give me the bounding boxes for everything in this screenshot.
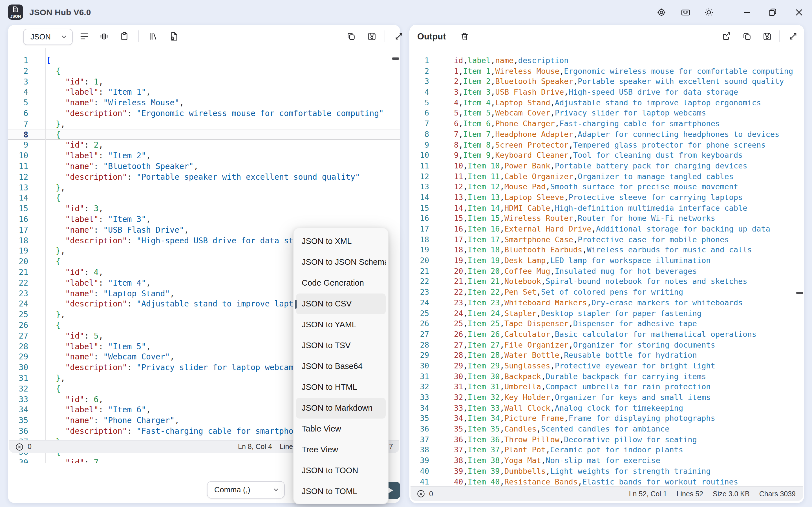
right-status-bar: 0 Ln 52, Col 1 Lines 52 Size 3.0 KB Char… — [410, 486, 803, 501]
delimiter-select-value: Comma (,) — [214, 486, 250, 494]
output-title: Output — [417, 25, 446, 48]
csv-row: 4140,Item 40,Resistance Bands,Elastic ba… — [409, 476, 804, 486]
compact-icon[interactable] — [99, 31, 109, 42]
char-count: Chars 3039 — [759, 490, 796, 498]
line-count: Lines 52 — [677, 490, 703, 498]
csv-row: 2221,Item 21,Notebook,Spiral-bound noteb… — [409, 276, 804, 287]
restore-window-button[interactable] — [767, 7, 777, 17]
menu-item-json-to-html[interactable]: JSON to HTML — [296, 377, 386, 398]
format-document-icon[interactable] — [79, 31, 90, 42]
load-file-icon[interactable] — [168, 31, 179, 42]
cursor-position: Ln 52, Col 1 — [629, 490, 667, 498]
save-input-icon[interactable] — [366, 31, 377, 42]
csv-row: 3130,Item 30,Backpack,Durable backpack f… — [409, 371, 804, 381]
chevron-down-icon — [273, 488, 278, 492]
csv-row: 2726,Item 26,Calculator,Basic calculator… — [409, 329, 804, 339]
code-line: 6 "description": "Ergonomic wireless mou… — [8, 108, 400, 119]
output-panel: Output — [409, 25, 804, 503]
close-window-button[interactable] — [794, 7, 804, 17]
minimize-button[interactable] — [742, 7, 752, 17]
csv-row: 1514,Item 14,HDMI Cable,High-definition … — [409, 203, 804, 213]
titlebar: JSON JSON Hub V6.0 — [0, 0, 812, 25]
code-line: 8 { — [8, 129, 400, 140]
csv-row: 1211,Item 11,Cable Organizer,Organizer t… — [409, 171, 804, 181]
right-scrollbar-thumb[interactable] — [796, 292, 803, 294]
code-line: 14 { — [8, 193, 400, 204]
menu-item-code-generation[interactable]: Code Generation — [296, 273, 386, 293]
share-output-icon[interactable] — [721, 31, 732, 42]
error-count: 0 — [429, 490, 433, 498]
csv-row: 2322,Item 22,Pen Set,Set of colored pens… — [409, 287, 804, 297]
menu-item-json-to-tsv[interactable]: JSON to TSV — [296, 335, 386, 356]
keyboard-icon[interactable] — [680, 7, 691, 17]
csv-row: 2019,Item 19,Desk Lamp,LED lamp for work… — [409, 255, 804, 266]
paste-clipboard-icon[interactable] — [119, 31, 130, 42]
menu-item-table-view[interactable]: Table View — [296, 418, 386, 439]
code-line: 3 "id": 1, — [8, 76, 400, 87]
menu-item-json-to-toon[interactable]: JSON to TOON — [296, 460, 386, 481]
error-count: 0 — [28, 443, 32, 451]
clear-output-trash-icon[interactable] — [460, 32, 470, 42]
library-icon[interactable] — [148, 31, 158, 42]
csv-row: 1110,Item 10,Power Bank,Portable battery… — [409, 161, 804, 171]
error-count-icon — [15, 443, 24, 451]
csv-row: 3029,Item 29,Sunglasses,Protective eyewe… — [409, 360, 804, 371]
menu-item-tree-view[interactable]: Tree View — [296, 439, 386, 460]
cursor-position: Ln 8, Col 4 — [238, 441, 272, 453]
csv-output-editor[interactable]: 1id,label,name,description21,Item 1,Wire… — [409, 48, 804, 486]
code-line: 2 { — [8, 66, 400, 76]
save-output-icon[interactable] — [762, 31, 772, 42]
menu-item-json-to-xml[interactable]: JSON to XML — [296, 231, 386, 252]
toolbar-divider — [138, 31, 139, 42]
app-title: JSON Hub V6.0 — [29, 0, 91, 25]
csv-row: 1716,Item 16,External Hard Drive,Additio… — [409, 224, 804, 234]
expand-input-icon[interactable] — [394, 31, 404, 42]
app-logo-icon: JSON — [8, 4, 23, 20]
menu-item-json-to-yaml[interactable]: JSON to YAML — [296, 314, 386, 335]
copy-output-icon[interactable] — [742, 31, 752, 42]
csv-row: 98,Item 8,Screen Protector,Tempered glas… — [409, 139, 804, 150]
csv-row: 21,Item 1,Wireless Mouse,Ergonomic wirel… — [409, 66, 804, 76]
settings-gear-icon[interactable] — [656, 7, 666, 17]
csv-row: 3534,Item 34,Picture Frame,Frame for dis… — [409, 413, 804, 424]
csv-row: 4039,Item 39,Dumbbells,Light weights for… — [409, 466, 804, 476]
csv-row: 54,Item 4,Laptop Stand,Adjustable stand … — [409, 98, 804, 108]
menu-item-json-to-toml[interactable]: JSON to TOML — [296, 481, 386, 502]
csv-row: 3736,Item 36,Throw Pillow,Decorative pil… — [409, 434, 804, 445]
csv-row: 1817,Item 17,Smartphone Case,Protective … — [409, 234, 804, 244]
csv-row: 1312,Item 12,Mouse Pad,Smooth surface fo… — [409, 182, 804, 192]
code-line: 1[ — [8, 55, 400, 66]
csv-row: 3433,Item 33,Wall Clock,Analog clock for… — [409, 402, 804, 413]
code-line: 12 "description": "Portable speaker with… — [8, 172, 400, 182]
menu-item-json-to-base64[interactable]: JSON to Base64 — [296, 356, 386, 377]
expand-output-icon[interactable] — [788, 31, 799, 42]
format-select[interactable]: JSON — [23, 29, 73, 45]
menu-item-json-to-markdown[interactable]: JSON to Markdown — [296, 398, 386, 418]
code-line: 9 "id": 2, — [8, 140, 400, 151]
menu-item-json-to-csv[interactable]: JSON to CSV — [296, 293, 386, 314]
code-line: 16 "label": "Item 3", — [8, 214, 400, 225]
left-scrollbar-thumb[interactable] — [392, 57, 399, 59]
csv-row: 3635,Item 35,Candles,Scented candles for… — [409, 424, 804, 434]
delimiter-select[interactable]: Comma (,) — [207, 481, 285, 499]
copy-input-icon[interactable] — [346, 31, 356, 42]
menu-item-json-to-json-schema[interactable]: JSON to JSON Schema — [296, 252, 386, 273]
csv-row: 43,Item 3,USB Flash Drive,High-speed USB… — [409, 87, 804, 97]
format-select-value: JSON — [31, 33, 51, 41]
csv-row: 76,Item 6,Phone Charger,Fast-charging ca… — [409, 118, 804, 129]
csv-row: 2120,Item 20,Coffee Mug,Insulated mug fo… — [409, 266, 804, 276]
csv-row: 65,Item 5,Webcam Cover,Privacy slider fo… — [409, 108, 804, 118]
theme-sun-icon[interactable] — [704, 7, 714, 17]
svg-text:JSON: JSON — [10, 14, 21, 18]
code-line: 15 "id": 3, — [8, 203, 400, 214]
lines-label-partial: Line — [280, 441, 293, 453]
code-line: 13 }, — [8, 182, 400, 193]
code-line: 5 "name": "Wireless Mouse", — [8, 98, 400, 108]
csv-row: 2423,Item 23,Whiteboard Markers,Dry-eras… — [409, 297, 804, 308]
csv-row: 2524,Item 24,Stapler,Desktop stapler for… — [409, 308, 804, 318]
conversion-menu: JSON to XMLJSON to JSON SchemaCode Gener… — [293, 228, 389, 504]
csv-row: 2928,Item 28,Water Bottle,Reusable bottl… — [409, 350, 804, 360]
chevron-down-icon — [61, 35, 66, 39]
output-toolbar: Output — [409, 25, 804, 48]
toolbar-divider — [779, 31, 780, 42]
